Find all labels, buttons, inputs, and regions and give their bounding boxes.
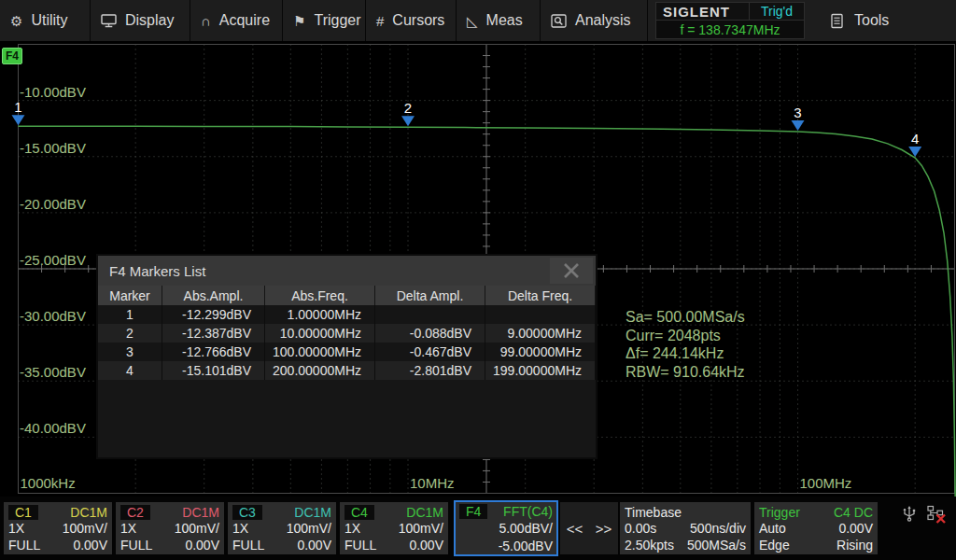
markers-cell[interactable]: 200.00000MHz — [265, 361, 375, 380]
markers-cell[interactable]: -12.766dBV — [162, 343, 265, 361]
oscilloscope-screen: ⚙UtilityDisplay∩Acquire⚑Trigger#Cursors◺… — [0, 0, 956, 560]
menu-label: Display — [125, 12, 174, 29]
channel-c2-descriptor[interactable]: C2DC1M1X100mV/FULL0.00V — [116, 502, 224, 554]
math-offset: -5.00dBV — [499, 539, 553, 553]
svg-text:Δf= 244.14kHz: Δf= 244.14kHz — [626, 345, 724, 361]
trigger-status-badge: Trig'd — [750, 2, 805, 21]
markers-cell[interactable]: -15.101dBV — [162, 361, 265, 380]
markers-cell[interactable] — [485, 305, 596, 324]
probe-attenuation: 1X — [232, 521, 248, 536]
markers-cell[interactable]: 99.00000MHz — [485, 343, 596, 361]
trace-marker-3[interactable]: 3 — [792, 105, 805, 131]
trigger-slope: Rising — [836, 538, 873, 553]
cursors-icon: # — [376, 14, 384, 28]
trigger-label: Trigger — [759, 505, 800, 520]
markers-cell[interactable]: -0.088dBV — [375, 324, 485, 343]
menu-utility[interactable]: ⚙Utility — [0, 0, 91, 41]
svg-text:3: 3 — [794, 105, 801, 120]
trace-marker-2[interactable]: 2 — [401, 100, 415, 126]
analysis-icon — [551, 14, 567, 28]
channel-badge: C1 — [8, 505, 38, 520]
markers-cell[interactable]: 1.00000MHz — [265, 305, 375, 324]
math-scale: 5.00dBV/ — [499, 521, 553, 536]
menu-label: Meas — [486, 12, 523, 29]
markers-cell[interactable]: 3 — [98, 343, 162, 361]
timebase-scale: 500ns/div — [690, 521, 746, 536]
vertical-offset: 0.00V — [185, 538, 219, 553]
trace-marker-1[interactable]: 1 — [12, 99, 25, 125]
trigger-level: 0.00V — [838, 521, 873, 536]
menu-label: Cursors — [392, 12, 444, 29]
top-menu-bar: ⚙UtilityDisplay∩Acquire⚑Trigger#Cursors◺… — [0, 0, 956, 41]
menu-display[interactable]: Display — [91, 0, 190, 41]
svg-text:-15.00dBV: -15.00dBV — [20, 140, 86, 156]
markers-cell[interactable]: -2.801dBV — [375, 361, 485, 380]
markers-column-header: Delta Ampl. — [375, 286, 485, 305]
menu-label: Trigger — [314, 12, 360, 29]
svg-text:2: 2 — [404, 100, 412, 116]
menu-cursors[interactable]: #Cursors — [366, 0, 457, 41]
svg-text:4: 4 — [911, 131, 919, 147]
trigger-descriptor[interactable]: Trigger C4 DC Auto 0.00V Edge Rising — [754, 502, 878, 554]
svg-text:Sa= 500.00MSa/s: Sa= 500.00MSa/s — [626, 309, 745, 325]
usb-icon — [900, 504, 919, 526]
vertical-scale: 100mV/ — [399, 521, 443, 536]
menu-meas[interactable]: ◺Meas — [457, 0, 541, 41]
acquire-points: 2.50kpts — [625, 538, 674, 553]
sample-rate: 500MSa/s — [687, 538, 746, 553]
menu-analysis[interactable]: Analysis — [541, 0, 648, 41]
vertical-offset: 0.00V — [297, 538, 331, 553]
svg-text:Curr= 2048pts: Curr= 2048pts — [626, 328, 721, 343]
menu-label: Acquire — [219, 12, 270, 29]
markers-cell[interactable]: 1 — [98, 305, 162, 324]
svg-text:-30.00dBV: -30.00dBV — [20, 308, 86, 324]
timebase-descriptor[interactable]: Timebase 0.00s 500ns/div 2.50kpts 500MSa… — [620, 502, 751, 554]
math-f4-descriptor[interactable]: F4 FFT(C4) 5.00dBV/ -5.00dBV — [454, 500, 558, 556]
channel-c4-descriptor[interactable]: C4DC1M1X100mV/FULL0.00V — [340, 502, 448, 554]
markers-list-dialog: F4 Markers List MarkerAbs.Ampl.Abs.Freq.… — [96, 254, 598, 459]
close-button[interactable] — [550, 258, 593, 284]
markers-cell[interactable]: 10.00000MHz — [265, 324, 375, 343]
menu-trigger[interactable]: ⚑Trigger — [283, 0, 366, 41]
channel-c3-descriptor[interactable]: C3DC1M1X100mV/FULL0.00V — [228, 502, 336, 554]
dialog-title: F4 Markers List — [109, 263, 205, 279]
bandwidth-label: FULL — [344, 538, 376, 553]
vertical-scale: 100mV/ — [63, 521, 107, 536]
channel-c1-descriptor[interactable]: C1DC1M1X100mV/FULL0.00V — [4, 502, 112, 554]
nav-prev-button[interactable]: << — [567, 521, 583, 537]
svg-text:-25.00dBV: -25.00dBV — [20, 252, 86, 268]
timebase-label: Timebase — [625, 505, 682, 520]
markers-cell[interactable]: -12.299dBV — [162, 305, 265, 324]
trace-marker-4[interactable]: 4 — [908, 131, 921, 157]
clipboard-icon — [831, 13, 843, 29]
trigger-source: C4 DC — [834, 505, 873, 520]
markers-cell[interactable]: -12.387dBV — [162, 324, 265, 343]
svg-text:-35.00dBV: -35.00dBV — [20, 364, 86, 380]
channel-badge: C2 — [120, 505, 150, 520]
markers-cell[interactable]: 100.00000MHz — [265, 343, 375, 361]
menu-acquire[interactable]: ∩Acquire — [190, 0, 283, 41]
markers-cell[interactable]: -0.467dBV — [375, 343, 485, 361]
markers-column-header: Delta Freq. — [485, 286, 596, 305]
bandwidth-label: FULL — [232, 538, 264, 553]
markers-cell[interactable]: 4 — [98, 361, 162, 380]
svg-text:-20.00dBV: -20.00dBV — [20, 196, 86, 212]
menu-label: Analysis — [575, 12, 631, 29]
vertical-offset: 0.00V — [73, 538, 107, 553]
markers-cell[interactable]: 2 — [98, 324, 162, 343]
markers-cell[interactable]: 9.00000MHz — [485, 324, 596, 343]
markers-cell[interactable] — [375, 305, 485, 324]
markers-cell[interactable]: 199.00000MHz — [485, 361, 596, 380]
bandwidth-label: FULL — [120, 538, 152, 553]
svg-text:-10.00dBV: -10.00dBV — [20, 84, 86, 100]
math-function-label: FFT(C4) — [503, 504, 553, 519]
svg-text:100MHz: 100MHz — [800, 475, 852, 491]
menu-tools[interactable]: Tools — [831, 0, 889, 41]
lan-disconnected-icon — [926, 504, 947, 528]
markers-column-header: Abs.Freq. — [265, 286, 375, 305]
trigger-mode: Auto — [759, 521, 786, 536]
svg-text:1000kHz: 1000kHz — [21, 475, 76, 491]
dialog-title-bar[interactable]: F4 Markers List — [98, 256, 596, 286]
nav-next-button[interactable]: >> — [596, 521, 612, 537]
coupling-label: DC1M — [294, 505, 331, 520]
